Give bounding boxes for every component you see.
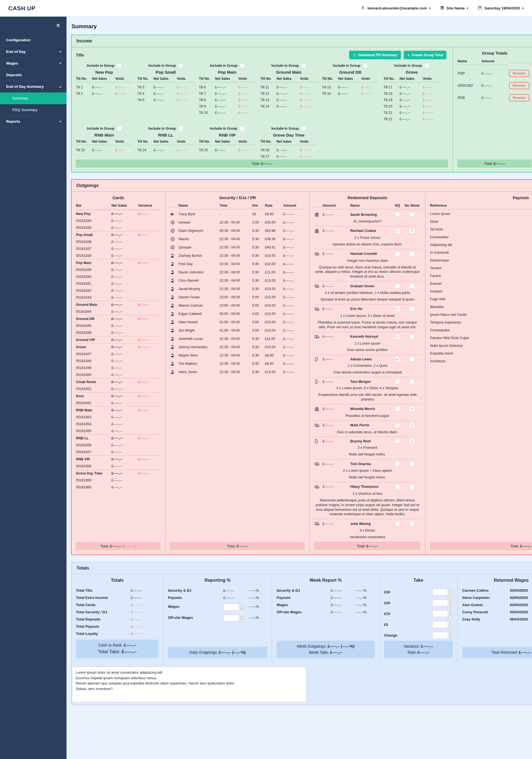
hq-checkbox[interactable]	[395, 379, 400, 384]
card-bar-net-sales: £-----,--	[111, 456, 138, 462]
chevron-down-icon: ▾	[60, 120, 61, 123]
money-value: £-----,--	[153, 147, 177, 153]
hq-checkbox[interactable]	[395, 284, 400, 288]
hq-checkbox[interactable]: ✓	[395, 334, 400, 339]
cash-icon	[314, 461, 322, 466]
no-show-checkbox[interactable]	[410, 307, 415, 311]
no-show-checkbox[interactable]	[410, 379, 415, 384]
no-show-checkbox[interactable]: ✓	[410, 228, 415, 233]
include-in-group-checkbox[interactable]	[117, 63, 122, 68]
hq-checkbox[interactable]	[395, 461, 400, 466]
no-show-checkbox[interactable]	[410, 461, 415, 466]
column-header: Till No.	[138, 140, 153, 145]
include-in-group-checkbox[interactable]	[179, 126, 183, 131]
sidebar-item-summary[interactable]: Summary	[0, 93, 66, 104]
till-group-name: Pop Main	[199, 70, 256, 74]
spinner-buttons[interactable]: ▲▼	[448, 632, 452, 638]
till-number: Till 9	[199, 103, 215, 109]
voids-value: £-----,--	[300, 147, 317, 153]
hq-checkbox[interactable]	[395, 252, 400, 256]
staff-name: Jacob Murphy	[179, 285, 220, 293]
hq-checkbox[interactable]	[395, 485, 400, 489]
card-bar-variance: £-----,--	[138, 336, 161, 343]
hq-checkbox[interactable]	[395, 521, 400, 526]
deposit-entry: £-----,--Hannah ConnettInteger non maxim…	[314, 249, 421, 282]
include-in-group-checkbox[interactable]	[425, 63, 429, 68]
notes-textarea[interactable]	[72, 667, 306, 702]
no-show-checkbox[interactable]	[410, 212, 415, 217]
deposit-amount: £-----,--	[322, 407, 350, 411]
money-value: £-----,--	[331, 608, 356, 616]
remove-group-button[interactable]: Remove	[509, 70, 529, 77]
staff-hours: 5:30	[252, 244, 265, 251]
deposit-name: Mark Perrin	[350, 423, 391, 427]
wages-input[interactable]: ▲▼	[223, 615, 244, 621]
include-in-group-checkbox[interactable]	[302, 126, 306, 131]
download-till-summary-button[interactable]: Download Till Summary	[349, 51, 401, 59]
card-terminal-id: 05181845	[76, 322, 111, 329]
bank-icon	[314, 228, 322, 233]
column-header: Voids	[177, 77, 194, 82]
include-in-group-checkbox[interactable]	[363, 63, 368, 68]
staff-rate: £10.00	[265, 319, 283, 326]
hq-checkbox[interactable]: ✓	[395, 228, 400, 233]
include-in-group-checkbox[interactable]	[117, 126, 122, 131]
hq-checkbox[interactable]	[395, 423, 400, 428]
sidebar-item-pdq-summary[interactable]: PDQ Summary	[0, 104, 66, 116]
money-value: £-----,--	[215, 84, 238, 90]
sidebar-item-wages[interactable]: Wages▾	[0, 58, 66, 69]
take-count-input[interactable]: ▲▼	[432, 610, 453, 617]
take-count-input[interactable]: ▲▼	[432, 589, 453, 596]
security-icon	[170, 311, 179, 316]
remove-group-button[interactable]: Remove	[509, 82, 529, 89]
no-show-checkbox[interactable]	[410, 521, 415, 526]
sidebar-item-reports[interactable]: Reports▾	[0, 116, 66, 127]
deposit-entry: £-----,--Bryony Reid✓2 x PraesentNulla s…	[314, 437, 421, 459]
sidebar-item-end-of-day-summary[interactable]: End of Day Summary▴	[0, 81, 66, 93]
no-show-checkbox[interactable]	[410, 252, 415, 256]
include-in-group-checkbox[interactable]	[240, 126, 245, 131]
no-show-checkbox[interactable]: ✓	[410, 423, 415, 428]
spinner-buttons[interactable]: ▲▼	[239, 604, 244, 610]
sidebar-item-end-of-day[interactable]: End of Day▾	[0, 46, 66, 58]
hq-checkbox[interactable]	[395, 407, 400, 411]
spinner-buttons[interactable]: ▲▼	[448, 600, 452, 606]
spinner-buttons[interactable]: ▲▼	[448, 621, 452, 628]
total-label: Total Loyalty	[76, 630, 131, 637]
voids-value: £-----,--	[238, 109, 256, 116]
spinner-buttons[interactable]: ▲▼	[448, 611, 452, 617]
take-count-input[interactable]: ▲▼	[432, 599, 453, 606]
staff-hours: 4:00	[252, 310, 265, 317]
no-show-checkbox[interactable]: ✓	[410, 407, 415, 411]
user-menu[interactable]: leonard.alexander@example.com ▾	[361, 6, 430, 11]
remove-group-button[interactable]: Remove	[509, 94, 529, 101]
hq-checkbox[interactable]: ✓	[395, 307, 400, 311]
create-group-total-button[interactable]: + Create Group Total	[404, 51, 446, 59]
staff-amount: £-----,--	[283, 360, 305, 367]
total-label: Total Extra Income	[76, 594, 131, 601]
hq-checkbox[interactable]: ✓	[395, 357, 400, 362]
no-show-checkbox[interactable]	[410, 284, 415, 288]
hq-checkbox[interactable]	[395, 439, 400, 444]
include-in-group-checkbox[interactable]	[240, 63, 245, 68]
sidebar-item-deposits[interactable]: Deposits	[0, 69, 66, 81]
no-show-checkbox[interactable]	[410, 334, 415, 339]
take-count-input[interactable]: ▲▼	[432, 621, 453, 628]
money-value: £-----,--	[111, 280, 138, 287]
date-menu[interactable]: Saturday 18/04/2020 ▾	[478, 6, 524, 11]
include-in-group-checkbox[interactable]	[302, 63, 306, 68]
spinner-buttons[interactable]: ▲▼	[239, 615, 244, 621]
spinner-buttons[interactable]: ▲▼	[448, 589, 452, 595]
site-menu[interactable]: Site Name ▾	[440, 6, 468, 11]
wages-input[interactable]: ▲▼	[223, 604, 244, 611]
no-show-checkbox[interactable]	[410, 485, 415, 489]
take-count-input[interactable]: ▲▼	[432, 632, 453, 639]
no-show-checkbox[interactable]: ✓	[410, 439, 415, 444]
close-icon[interactable]: ✕	[56, 22, 61, 29]
include-in-group-checkbox[interactable]	[179, 63, 183, 68]
no-show-checkbox[interactable]	[410, 357, 415, 362]
hq-checkbox[interactable]	[395, 212, 400, 217]
column-title: Reporting %	[168, 578, 267, 583]
payout-reference: Eveniet	[430, 280, 532, 287]
sidebar-item-configuration[interactable]: Configuration	[0, 34, 66, 46]
